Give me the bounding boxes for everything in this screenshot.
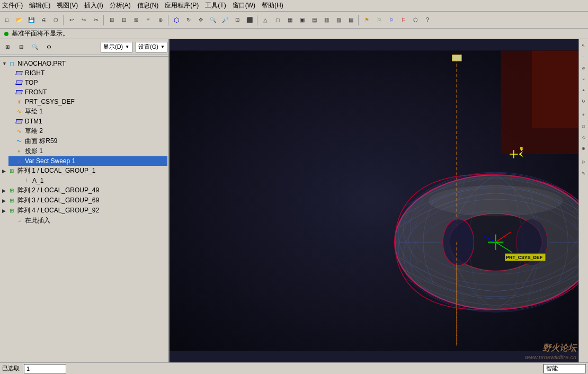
tree-item-right[interactable]: RIGHT: [8, 68, 167, 78]
rt-btn-7[interactable]: ⌖: [580, 110, 587, 120]
tree-item-dtm1[interactable]: DTM1: [8, 117, 167, 126]
tree-item-array1[interactable]: ▶ ⊞ 阵列 1 / LOCAL_GROUP_1: [1, 166, 167, 176]
toolbar-rotate[interactable]: ↻: [183, 14, 194, 26]
rt-btn-2[interactable]: −: [580, 51, 587, 62]
display-dropdown[interactable]: 显示(D) ▼: [101, 42, 132, 52]
tree-item-a1[interactable]: / A_1: [16, 176, 167, 185]
menu-tools[interactable]: 工具(T): [205, 1, 226, 10]
tree-item-array3[interactable]: ▶ ⊞ 阵列 3 / LOCAL_GROUP_69: [1, 195, 167, 206]
toolbar-b13[interactable]: ▥: [320, 14, 332, 26]
tree-icon-btn[interactable]: ⊟: [15, 41, 28, 54]
menu-view[interactable]: 视图(V): [57, 1, 78, 10]
menu-analysis[interactable]: 分析(A): [110, 1, 131, 10]
toolbar-b8[interactable]: △: [260, 14, 271, 26]
toolbar-cut[interactable]: ✂: [90, 14, 102, 26]
toolbar-help-btn[interactable]: ?: [422, 14, 433, 26]
menu-applications[interactable]: 应用程序(P): [165, 1, 199, 10]
toolbar-b18[interactable]: ⚐: [385, 14, 397, 26]
toolbar-b9[interactable]: ◻: [272, 14, 283, 26]
model-tree-panel: ⊞ ⊟ 🔍 ⚙ 显示(D) ▼ 设置(G) ▼ ▼ ◻ NIAOCHAO.PRT: [0, 39, 170, 362]
svg-text:ψ: ψ: [520, 146, 523, 151]
display-dropdown-arrow: ▼: [125, 44, 129, 49]
toolbar-b1[interactable]: ⬡: [50, 14, 61, 26]
tree-item-top-label: TOP: [25, 79, 38, 86]
rt-btn-1[interactable]: ↖: [580, 40, 587, 51]
toolbar-fitall[interactable]: ⊡: [231, 14, 243, 26]
menu-bar: 文件(F) 编辑(E) 视图(V) 插入(I) 分析(A) 信息(N) 应用程序…: [0, 0, 588, 12]
toolbar-sep5: [358, 15, 359, 25]
tree-item-array2[interactable]: ▶ ⊞ 阵列 2 / LOCAL_GROUP_49: [1, 185, 167, 195]
toolbar-b11[interactable]: ▣: [296, 14, 308, 26]
rt-btn-12[interactable]: ✎: [580, 168, 587, 179]
tree-item-array4[interactable]: ▶ ⊞ 阵列 4 / LOCAL_GROUP_92: [1, 206, 167, 216]
toolbar-b14[interactable]: ▧: [333, 14, 344, 26]
toolbar-b5[interactable]: ≡: [142, 14, 154, 26]
toolbar-b7[interactable]: ⬛: [244, 14, 255, 26]
toolbar-new[interactable]: □: [1, 14, 13, 26]
toolbar-b10[interactable]: ▦: [284, 14, 296, 26]
tree-item-project1-label: 投影 1: [25, 147, 43, 156]
toolbar-b4[interactable]: ⊠: [130, 14, 142, 26]
tree-grid-btn[interactable]: ⊞: [1, 41, 14, 54]
rt-btn-10[interactable]: ⊕: [580, 143, 587, 154]
settings-dropdown[interactable]: 设置(G) ▼: [136, 42, 167, 52]
tree-item-curve[interactable]: 〜 曲面 标R59: [8, 136, 167, 146]
rt-btn-4[interactable]: ×: [580, 74, 587, 84]
root-expand[interactable]: ▼: [2, 61, 7, 66]
tree-item-front[interactable]: FRONT: [8, 87, 167, 97]
toolbar-open[interactable]: 📂: [13, 14, 25, 26]
model-tree[interactable]: ▼ ◻ NIAOCHAO.PRT RIGHT TOP: [0, 58, 168, 362]
toolbar-pan[interactable]: ✥: [195, 14, 207, 26]
toolbar-b20[interactable]: ⬡: [409, 14, 421, 26]
toolbar-sep1: [63, 15, 64, 25]
tree-filter-btn[interactable]: 🔍: [29, 41, 41, 54]
toolbar-b19[interactable]: ⚐: [397, 14, 409, 26]
svg-point-22: [443, 219, 474, 265]
toolbar-b16[interactable]: ⚑: [361, 14, 372, 26]
toolbar-zoom-out[interactable]: 🔎: [219, 14, 231, 26]
toolbar-redo[interactable]: ↪: [78, 14, 90, 26]
rt-btn-3[interactable]: ⌀: [580, 63, 587, 73]
toolbar-b15[interactable]: ▨: [345, 14, 357, 26]
menu-insert[interactable]: 插入(I): [84, 1, 103, 10]
menu-window[interactable]: 窗口(W): [233, 1, 255, 10]
toolbar-b3[interactable]: ⊟: [118, 14, 130, 26]
array2-expand[interactable]: ▶: [2, 188, 7, 193]
tree-item-csys[interactable]: ✳ PRT_CSYS_DEF: [8, 97, 167, 106]
tree-item-sketch2[interactable]: ∿ 草绘 2: [8, 126, 167, 136]
tree-root[interactable]: ▼ ◻ NIAOCHAO.PRT: [1, 59, 167, 68]
menu-file[interactable]: 文件(F): [2, 1, 23, 10]
viewport-3d[interactable]: ψ: [170, 39, 578, 362]
toolbar-b2[interactable]: ⊞: [106, 14, 118, 26]
toolbar-print[interactable]: 🖨: [38, 14, 49, 26]
rt-btn-8[interactable]: □: [580, 121, 587, 131]
toolbar-b6[interactable]: ⊕: [155, 14, 166, 26]
tree-item-sketch1[interactable]: ∿ 草绘 1: [8, 106, 167, 117]
tree-item-curve-label: 曲面 标R59: [25, 137, 57, 146]
rt-btn-9[interactable]: ◇: [580, 132, 587, 143]
toolbar-zoom-in[interactable]: 🔍: [207, 14, 219, 26]
toolbar-undo[interactable]: ↩: [66, 14, 77, 26]
rt-btn-5[interactable]: +: [580, 85, 587, 95]
selected-label: 已选取: [2, 364, 20, 372]
toolbar-save[interactable]: 💾: [25, 14, 37, 26]
main-toolbar: □ 📂 💾 🖨 ⬡ ↩ ↪ ✂ ⊞ ⊟ ⊠ ≡ ⊕ ⬡ ↻ ✥ 🔍 🔎 ⊡ ⬛ …: [0, 12, 588, 29]
smart-field[interactable]: 智能: [544, 364, 586, 373]
rt-btn-6[interactable]: ↻: [580, 96, 587, 106]
tree-item-insert[interactable]: → 在此插入: [8, 216, 167, 226]
tree-item-top[interactable]: TOP: [8, 78, 167, 87]
array1-expand[interactable]: ▶: [2, 168, 7, 174]
tree-item-sweep[interactable]: ⌀ Var Sect Sweep 1: [8, 156, 167, 166]
toolbar-b12[interactable]: ▤: [308, 14, 320, 26]
menu-edit[interactable]: 编辑(E): [29, 1, 50, 10]
tree-settings-btn[interactable]: ⚙: [42, 41, 55, 54]
rt-btn-11[interactable]: ⚐: [580, 157, 587, 167]
toolbar-select[interactable]: ⬡: [171, 14, 182, 26]
array3-expand[interactable]: ▶: [2, 198, 7, 203]
front-plane-icon: [15, 88, 23, 96]
menu-info[interactable]: 信息(N): [137, 1, 159, 10]
toolbar-b17[interactable]: ⚐: [373, 14, 385, 26]
tree-item-project1[interactable]: ⌖ 投影 1: [8, 146, 167, 156]
menu-help[interactable]: 帮助(H): [262, 1, 283, 10]
array4-expand[interactable]: ▶: [2, 208, 7, 213]
